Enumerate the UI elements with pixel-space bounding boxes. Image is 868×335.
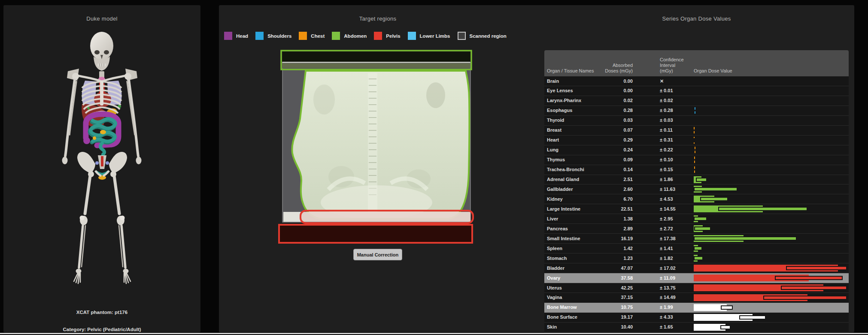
confidence-interval-value: ± 2.95 bbox=[660, 216, 673, 221]
absorbed-dose-value: 0.00 bbox=[570, 78, 633, 84]
target-regions-title: Target regions bbox=[277, 15, 479, 22]
table-row[interactable]: Brain 0.00 ✕ bbox=[544, 76, 849, 86]
confidence-interval-value: ± 13.75 bbox=[660, 285, 676, 290]
table-row[interactable]: Bone Surface 19.17 ± 4.33 bbox=[544, 313, 849, 323]
scout-image[interactable] bbox=[277, 48, 479, 265]
table-row[interactable]: Vagina 37.15 ± 14.49 bbox=[544, 293, 849, 303]
duke-panel-title: Duke model bbox=[3, 15, 200, 22]
table-row[interactable]: Lung 0.24 ± 0.22 bbox=[544, 145, 849, 155]
legend-label: Chest bbox=[311, 33, 325, 39]
confidence-interval-value: ± 0.02 bbox=[660, 98, 673, 103]
dose-ci-whisker bbox=[739, 315, 766, 320]
absorbed-dose-value: 1.38 bbox=[570, 216, 633, 221]
organ-name: Lung bbox=[547, 147, 558, 152]
organ-name: Stomach bbox=[547, 256, 567, 261]
dose-bar-zone bbox=[694, 175, 847, 184]
legend-item-lower-limbs: Lower Limbs bbox=[408, 32, 450, 40]
radiograph-body bbox=[292, 71, 469, 220]
table-header: Organ / Tissue Names AbsorbedDoses (mGy)… bbox=[544, 50, 849, 76]
legend-color-swatch-icon bbox=[458, 32, 466, 40]
dose-bar-zone bbox=[694, 273, 847, 283]
absorbed-dose-value: 1.42 bbox=[570, 246, 633, 251]
manual-correction-button[interactable]: Manual Correction bbox=[353, 249, 402, 260]
pelvis-start-band[interactable] bbox=[300, 211, 473, 223]
table-row[interactable]: Gallbladder 2.60 ± 11.63 bbox=[544, 184, 849, 194]
table-row[interactable]: Large Intestine 22.51 ± 14.55 bbox=[544, 204, 849, 214]
absorbed-dose-value: 10.75 bbox=[570, 305, 633, 310]
organ-name: Spleen bbox=[547, 246, 562, 251]
leg-bones bbox=[74, 171, 131, 284]
table-row[interactable]: Small Intestine 16.19 ± 17.38 bbox=[544, 234, 849, 244]
region-legend: Head Shoulders Chest Abdomen Pelvis Lowe… bbox=[224, 32, 514, 40]
absorbed-dose-value: 0.29 bbox=[570, 137, 633, 142]
table-row[interactable]: Spleen 1.42 ± 1.41 bbox=[544, 244, 849, 254]
confidence-interval-value: ± 0.22 bbox=[660, 147, 673, 152]
confidence-interval-value: ± 1.41 bbox=[660, 246, 673, 251]
dose-ci-whisker bbox=[721, 305, 733, 310]
dose-tick-mark bbox=[694, 157, 695, 163]
absorbed-dose-value: 19.17 bbox=[570, 314, 633, 320]
skull bbox=[90, 32, 113, 71]
dose-ci-whisker bbox=[694, 256, 703, 260]
table-row[interactable]: Bladder 47.07 ± 17.02 bbox=[544, 263, 849, 273]
organ-name: Eye Lenses bbox=[547, 88, 573, 93]
table-row[interactable]: Stomach 1.23 ± 1.82 bbox=[544, 254, 849, 263]
legend-color-swatch-icon bbox=[224, 32, 232, 40]
confidence-interval-value: ± 0.11 bbox=[660, 127, 673, 133]
dose-tick-mark bbox=[695, 107, 695, 114]
dose-ci-whisker bbox=[696, 178, 707, 182]
legend-label: Pelvis bbox=[386, 33, 400, 39]
pelvis-region-box[interactable] bbox=[279, 225, 472, 243]
dose-bar-zone bbox=[694, 96, 847, 106]
dose-bar-zone bbox=[694, 204, 847, 214]
legend-label: Abdomen bbox=[344, 33, 367, 39]
dose-ci-whisker bbox=[763, 296, 847, 300]
scan-start-box[interactable] bbox=[281, 51, 471, 69]
organ-name: Gallbladder bbox=[547, 187, 573, 192]
table-row[interactable]: Larynx-Pharinx 0.02 ± 0.02 bbox=[544, 96, 849, 106]
dose-ci-whisker bbox=[694, 246, 702, 250]
organ-name: Brain bbox=[547, 78, 559, 84]
absorbed-dose-value: 0.07 bbox=[570, 127, 633, 133]
dose-bar-zone bbox=[694, 136, 847, 145]
dose-bar-zone bbox=[694, 323, 847, 332]
legend-color-swatch-icon bbox=[374, 32, 382, 40]
table-row[interactable]: Breast 0.07 ± 0.11 bbox=[544, 126, 849, 136]
column-header-confidence-interval: ConfidenceInterval(mGy) bbox=[660, 57, 684, 74]
organ-name: Thymus bbox=[547, 157, 565, 162]
legend-color-swatch-icon bbox=[255, 32, 264, 40]
absorbed-dose-value: 37.15 bbox=[570, 295, 633, 300]
organ-name: Vagina bbox=[547, 295, 562, 300]
dose-bar-zone bbox=[694, 283, 847, 293]
absorbed-dose-value: 1.23 bbox=[570, 256, 633, 261]
table-row[interactable]: Esophagus 0.28 ± 0.28 bbox=[544, 106, 849, 116]
confidence-interval-value: ± 2.72 bbox=[660, 226, 673, 231]
table-row[interactable]: Ovary 37.58 ± 11.09 bbox=[544, 273, 849, 283]
absorbed-dose-value: 10.40 bbox=[570, 324, 633, 329]
table-row[interactable]: Bone Marrow 10.75 ± 1.99 bbox=[544, 303, 849, 313]
table-row[interactable]: Adrenal Gland 2.51 ± 1.86 bbox=[544, 175, 849, 185]
table-row[interactable]: Trachea-Bronchi 0.14 ± 0.15 bbox=[544, 165, 849, 175]
legend-item-pelvis: Pelvis bbox=[374, 32, 400, 40]
dose-tick-mark bbox=[694, 127, 695, 133]
confidence-interval-value: ± 4.53 bbox=[660, 196, 673, 202]
organ-name: Heart bbox=[547, 137, 559, 142]
table-row[interactable]: Heart 0.29 ± 0.31 bbox=[544, 136, 849, 145]
table-row[interactable]: Eye Lenses 0.00 ± 0.01 bbox=[544, 86, 849, 96]
dose-bar-zone bbox=[694, 263, 847, 273]
table-row[interactable]: Pancreas 2.89 ± 2.72 bbox=[544, 224, 849, 234]
table-row[interactable]: Kidney 6.70 ± 4.53 bbox=[544, 194, 849, 204]
legend-item-abdomen: Abdomen bbox=[332, 32, 367, 40]
table-row[interactable]: Liver 1.38 ± 2.95 bbox=[544, 214, 849, 224]
dose-bar-zone bbox=[694, 234, 847, 243]
dose-bar-zone bbox=[694, 303, 847, 312]
table-row[interactable]: Uterus 42.25 ± 13.75 bbox=[544, 283, 849, 293]
dose-bar-zone bbox=[694, 145, 847, 155]
organ-name: Bladder bbox=[547, 266, 565, 271]
table-row[interactable]: Thymus 0.09 ± 0.10 bbox=[544, 155, 849, 165]
organ-name: Ovary bbox=[547, 275, 560, 281]
table-row[interactable]: Skin 10.40 ± 1.65 bbox=[544, 323, 849, 332]
absorbed-dose-value: 0.03 bbox=[570, 118, 633, 123]
dose-table-body: Brain 0.00 ✕ Eye Lenses 0.00 ± 0.01 Lary… bbox=[544, 76, 849, 332]
table-row[interactable]: Thyroid 0.03 ± 0.03 bbox=[544, 116, 849, 126]
